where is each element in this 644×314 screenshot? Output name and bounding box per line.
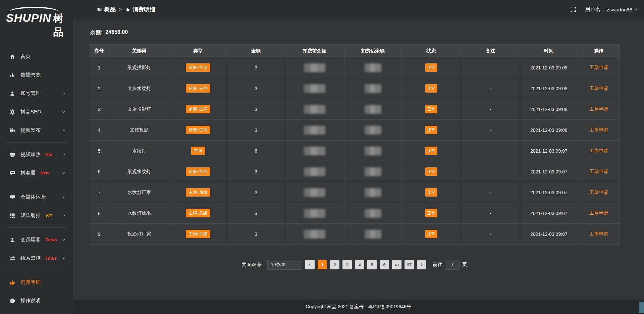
sidebar-item-account[interactable]: 账号管理 — [0, 84, 73, 103]
col-header-type: 类型 — [169, 45, 227, 57]
sidebar-item-video-publish[interactable]: 视频发布 — [0, 121, 73, 140]
sidebar-item-matrix-boost[interactable]: 矩阵助推 VIP — [0, 206, 73, 225]
masked-balance — [304, 84, 325, 93]
sidebar-item-label: 全媒体运营 — [20, 194, 46, 200]
prev-page-button[interactable] — [305, 260, 315, 269]
goto-page-input[interactable] — [445, 260, 460, 270]
cell-action: 工单申请 — [578, 78, 620, 99]
col-header-time: 时间 — [520, 45, 578, 57]
table-row: 7水纹灯厂家主词+后缀3正常-2021-12-03 09:07工单申请 — [89, 182, 620, 203]
floating-widget[interactable] — [639, 302, 644, 313]
masked-balance — [304, 209, 325, 218]
cell-amount: 3 — [227, 78, 285, 99]
ticket-apply-link[interactable]: 工单申请 — [589, 169, 608, 174]
table-row: 4文旅投影前缀+主词3正常-2021-12-03 09:08工单申请 — [89, 120, 620, 141]
question-icon: ? — [9, 298, 15, 304]
cell-post-balance — [344, 120, 401, 141]
sidebar-item-media-ops[interactable]: 全媒体运营 — [0, 188, 73, 206]
ticket-apply-link[interactable]: 工单申请 — [589, 106, 608, 112]
cell-remark: - — [461, 99, 520, 120]
breadcrumb-home[interactable]: 树品 — [97, 6, 116, 13]
page-button-4[interactable]: 4 — [355, 260, 364, 269]
cell-pre-balance — [285, 120, 344, 141]
svg-text:?: ? — [11, 299, 13, 303]
masked-balance — [365, 209, 381, 218]
cell-status: 正常 — [401, 141, 461, 161]
type-badge: 主词+后缀 — [186, 188, 210, 197]
cell-time: 2021-12-03 09:07 — [520, 182, 578, 203]
chevron-down-icon — [61, 195, 66, 200]
sliders-icon — [9, 255, 15, 261]
cell-no: 7 — [89, 182, 109, 203]
masked-balance — [304, 105, 325, 114]
sidebar-item-home[interactable]: 首页 — [0, 47, 73, 66]
ticket-apply-link[interactable]: 工单申请 — [589, 127, 608, 133]
breadcrumb-current[interactable]: 消费明细 — [125, 6, 155, 13]
page-size-select[interactable]: 10条/页 — [267, 260, 302, 270]
page-button-1[interactable]: 1 — [318, 260, 327, 269]
table-row: 5水纹灯主词6正常-2021-12-03 09:07工单申请 — [89, 141, 620, 161]
sidebar-item-consume-detail[interactable]: 消费明细 — [0, 273, 73, 292]
ticket-apply-link[interactable]: 工单申请 — [589, 231, 608, 237]
ticket-apply-link[interactable]: 工单申请 — [589, 210, 608, 216]
chevron-down-icon — [61, 128, 66, 133]
ticket-apply-link[interactable]: 工单申请 — [589, 148, 608, 153]
sidebar-item-video-heat[interactable]: 视频加热 Hot — [0, 145, 73, 164]
sidebar-item-label: 抖音SEO — [20, 109, 41, 115]
cell-pre-balance — [285, 224, 344, 245]
new-badge: New — [40, 170, 49, 175]
sidebar-item-label: 视频加热 — [20, 151, 41, 158]
sidebar-item-data-overview[interactable]: 数据总览 — [0, 66, 73, 84]
hot-badge: Hot — [45, 152, 53, 157]
more-pages-button[interactable]: ••• — [392, 260, 401, 269]
sidebar-divider — [7, 227, 66, 228]
next-page-button[interactable] — [417, 260, 426, 269]
page-button-97[interactable]: 97 — [405, 260, 414, 269]
ticket-apply-link[interactable]: 工单申请 — [589, 190, 608, 195]
cell-type: 前缀+主词 — [169, 161, 227, 182]
cell-no: 3 — [89, 99, 109, 120]
sidebar-item-lead-monitor[interactable]: 线索监控 Tools — [0, 249, 73, 267]
ticket-apply-link[interactable]: 工单申请 — [589, 86, 608, 91]
ticket-apply-link[interactable]: 工单申请 — [589, 65, 608, 70]
cell-no: 8 — [89, 203, 109, 224]
cell-status: 正常 — [401, 120, 461, 141]
cell-amount: 3 — [227, 224, 285, 245]
cell-type: 前缀+主词 — [169, 99, 227, 120]
status-badge: 正常 — [425, 230, 437, 238]
tools-badge: Tools — [45, 256, 57, 261]
chevron-down-icon — [294, 263, 299, 267]
cell-remark: - — [461, 141, 520, 161]
page-button-3[interactable]: 3 — [342, 260, 352, 269]
cell-action: 工单申请 — [578, 141, 620, 161]
cell-amount: 3 — [227, 120, 285, 141]
chevron-down-icon — [61, 171, 66, 175]
chevron-down-icon — [61, 256, 66, 261]
masked-balance — [365, 105, 381, 114]
balance: 余额: 24856.00 — [90, 29, 620, 36]
user-icon — [9, 91, 15, 97]
page-button-6[interactable]: 6 — [380, 260, 389, 269]
cell-keyword: 文旅投影 — [109, 120, 169, 141]
cell-keyword: 水纹灯效果 — [109, 203, 169, 224]
masked-balance — [365, 230, 381, 239]
col-header-keyword: 关键词 — [109, 45, 169, 57]
fullscreen-icon[interactable] — [570, 6, 577, 13]
sidebar-item-help[interactable]: ? 操作说明 — [0, 292, 73, 310]
page-button-2[interactable]: 2 — [330, 260, 339, 269]
sidebar-item-douyin-seo[interactable]: 抖音SEO — [0, 103, 73, 121]
page-button-5[interactable]: 5 — [367, 260, 377, 269]
sidebar-item-member-boom[interactable]: 会员爆客 Tools — [0, 230, 73, 249]
cell-type: 主词 — [169, 141, 227, 161]
copyright-text: Copyright 树品 2021 备案号：粤ICP备09019646号 — [306, 304, 411, 310]
username-dropdown[interactable]: 用户名： zswodun88 — [585, 6, 638, 13]
col-header-post-balance: 扣费后余额 — [344, 45, 401, 57]
cell-keyword: 水纹灯厂家 — [109, 182, 169, 203]
masked-balance — [304, 147, 325, 155]
cell-keyword: 景观水纹灯 — [109, 161, 169, 182]
cell-pre-balance — [285, 99, 344, 120]
cell-amount: 3 — [227, 203, 285, 224]
sidebar-item-label: 抖客通 — [20, 170, 36, 176]
sidebar-item-douketong[interactable]: 抖客通 New — [0, 164, 73, 182]
masked-balance — [365, 126, 381, 135]
